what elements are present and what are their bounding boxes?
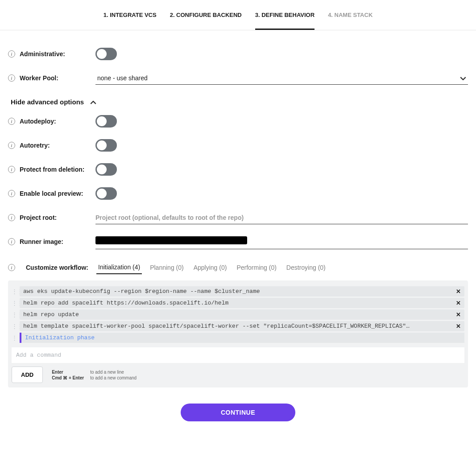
autodeploy-label: Autodeploy:: [20, 118, 95, 125]
info-icon[interactable]: i: [8, 264, 15, 271]
info-icon[interactable]: i: [8, 50, 15, 58]
worker-pool-select[interactable]: none - use shared: [95, 72, 468, 85]
advanced-options-toggle[interactable]: Hide advanced options: [11, 98, 468, 106]
command-row: ⋮⋮ helm repo update ✕: [12, 309, 464, 320]
step-name-stack: 4. NAME STACK: [328, 9, 373, 21]
advanced-options-label: Hide advanced options: [11, 98, 84, 106]
chevron-up-icon: [90, 99, 96, 106]
remove-command-icon[interactable]: ✕: [456, 300, 461, 306]
add-button[interactable]: ADD: [12, 367, 43, 383]
autodeploy-toggle[interactable]: [95, 115, 117, 128]
worker-pool-label: Worker Pool:: [20, 74, 95, 82]
command-row: ⋮⋮ helm template spacelift-worker-pool s…: [12, 321, 464, 331]
administrative-label: Administrative:: [20, 50, 95, 58]
keyboard-hints: Enterto add a new line Cmd ⌘ + Enterto a…: [48, 369, 140, 381]
local-preview-toggle[interactable]: [95, 187, 117, 200]
tab-destroying[interactable]: Destroying (0): [285, 261, 327, 274]
info-icon[interactable]: i: [8, 118, 15, 125]
drag-handle-icon[interactable]: ⋮⋮: [12, 335, 17, 341]
command-text[interactable]: helm template spacelift-worker-pool spac…: [20, 321, 464, 331]
command-text[interactable]: helm repo update ✕: [20, 309, 464, 320]
project-root-input[interactable]: [95, 211, 468, 224]
continue-button[interactable]: CONTINUE: [181, 404, 295, 421]
info-icon[interactable]: i: [8, 238, 15, 245]
remove-command-icon[interactable]: ✕: [456, 288, 461, 295]
drag-handle-icon[interactable]: ⋮⋮: [12, 288, 17, 294]
autoretry-toggle[interactable]: [95, 139, 117, 152]
command-row: ⋮⋮ aws eks update-kubeconfig --region $r…: [12, 286, 464, 297]
drag-handle-icon[interactable]: ⋮⋮: [12, 323, 17, 329]
step-integrate-vcs[interactable]: 1. INTEGRATE VCS: [103, 9, 157, 21]
protect-label: Protect from deletion:: [20, 166, 95, 173]
command-text[interactable]: aws eks update-kubeconfig --region $regi…: [20, 286, 464, 297]
info-icon[interactable]: i: [8, 142, 15, 149]
phase-row: ⋮⋮ Initialization phase: [12, 333, 464, 343]
drag-handle-icon[interactable]: ⋮⋮: [12, 312, 17, 317]
remove-command-icon[interactable]: ✕: [456, 311, 461, 318]
project-root-label: Project root:: [20, 214, 95, 221]
tab-planning[interactable]: Planning (0): [148, 261, 186, 274]
worker-pool-value: none - use shared: [97, 74, 148, 82]
customize-workflow-label: Customize workflow:: [26, 264, 88, 271]
administrative-toggle[interactable]: [95, 48, 117, 60]
autoretry-label: Autoretry:: [20, 142, 95, 149]
tab-performing[interactable]: Performing (0): [235, 261, 278, 274]
local-preview-label: Enable local preview:: [20, 190, 95, 197]
runner-image-label: Runner image:: [20, 238, 95, 245]
chevron-down-icon: [460, 74, 466, 82]
info-icon[interactable]: i: [8, 214, 15, 221]
command-row: ⋮⋮ helm repo add spacelift https://downl…: [12, 298, 464, 308]
info-icon[interactable]: i: [8, 74, 15, 82]
command-text[interactable]: helm repo add spacelift https://download…: [20, 298, 464, 308]
runner-image-value[interactable]: [95, 236, 247, 244]
commands-editor: ⋮⋮ aws eks update-kubeconfig --region $r…: [8, 280, 468, 387]
tab-initialization[interactable]: Initialization (4): [96, 261, 142, 274]
remove-command-icon[interactable]: ✕: [456, 323, 461, 330]
info-icon[interactable]: i: [8, 166, 15, 173]
phase-label: Initialization phase: [20, 333, 464, 343]
step-define-behavior[interactable]: 3. DEFINE BEHAVIOR: [255, 9, 315, 30]
info-icon[interactable]: i: [8, 190, 15, 197]
protect-toggle[interactable]: [95, 163, 117, 176]
tab-applying[interactable]: Applying (0): [192, 261, 229, 274]
drag-handle-icon[interactable]: ⋮⋮: [12, 300, 17, 306]
add-command-input[interactable]: [12, 347, 464, 363]
step-configure-backend[interactable]: 2. CONFIGURE BACKEND: [170, 9, 242, 21]
